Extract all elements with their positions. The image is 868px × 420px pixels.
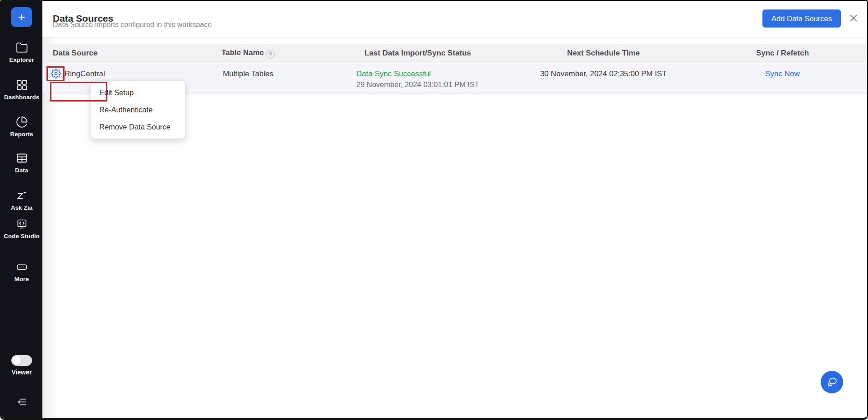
sync-refetch-cell: Sync Now bbox=[698, 64, 867, 79]
close-icon[interactable] bbox=[848, 13, 859, 24]
table-name-cell: Multiple Tables bbox=[170, 64, 327, 79]
data-table-icon bbox=[1, 152, 42, 164]
data-source-context-menu: Edit Setup Re-Authenticate Remove Data S… bbox=[91, 80, 185, 139]
gear-icon[interactable] bbox=[51, 69, 61, 79]
data-source-name: RingCentral bbox=[65, 69, 105, 79]
menu-item-remove-data-source[interactable]: Remove Data Source bbox=[91, 118, 185, 135]
pie-chart-icon bbox=[1, 116, 42, 128]
dashboard-grid-icon bbox=[1, 79, 42, 91]
sidebar-item-label: Data bbox=[1, 167, 42, 174]
page-header: Data Sources Data Source imports configu… bbox=[42, 1, 867, 37]
add-data-sources-button[interactable]: Add Data Sources bbox=[762, 9, 841, 28]
sidebar-item-label: More bbox=[1, 276, 42, 283]
sidebar-item-label: Code Studio bbox=[1, 233, 42, 240]
sidebar-item-label: Reports bbox=[1, 131, 42, 138]
collapse-sidebar-icon[interactable] bbox=[15, 395, 28, 409]
sync-now-link[interactable]: Sync Now bbox=[765, 69, 800, 78]
sidebar-item-label: Dashboards bbox=[1, 94, 42, 101]
create-new-button[interactable]: + bbox=[11, 7, 32, 27]
chat-support-button[interactable] bbox=[821, 371, 843, 393]
column-header-next-schedule: Next Schedule Time bbox=[509, 49, 698, 58]
column-header-sync-refetch: Sync / Refetch bbox=[698, 49, 867, 58]
column-header-table-name: Table Name? bbox=[170, 48, 327, 59]
data-source-cell: RingCentral bbox=[42, 64, 170, 79]
sidebar-item-ask-zia[interactable]: Ask Zia bbox=[1, 189, 42, 212]
sidebar-item-explorer[interactable]: Explorer bbox=[1, 42, 42, 64]
code-icon bbox=[1, 218, 42, 230]
status-timestamp: 29 November, 2024 03:01:01 PM IST bbox=[356, 79, 479, 90]
page-subtitle: Data Source imports configured in this w… bbox=[53, 21, 212, 29]
sidebar-item-code-studio[interactable]: Code Studio bbox=[1, 218, 42, 240]
viewer-toggle-label: Viewer bbox=[1, 369, 42, 376]
viewer-toggle[interactable] bbox=[11, 355, 32, 366]
next-schedule-cell: 30 November, 2024 02:35:00 PM IST bbox=[509, 64, 698, 79]
sidebar-item-more[interactable]: More bbox=[1, 261, 42, 283]
help-icon[interactable]: ? bbox=[266, 50, 275, 59]
zia-sparkle-icon bbox=[1, 189, 42, 202]
menu-item-re-authenticate[interactable]: Re-Authenticate bbox=[91, 101, 185, 118]
sidebar-item-label: Ask Zia bbox=[1, 204, 42, 212]
main-panel: Data Sources Data Source imports configu… bbox=[42, 1, 867, 418]
column-header-last-status: Last Data Import/Sync Status bbox=[327, 49, 509, 58]
chat-bubbles-icon bbox=[821, 376, 843, 388]
sync-status-cell: Data Sync Successful 29 November, 2024 0… bbox=[327, 64, 509, 90]
toggle-knob bbox=[12, 356, 21, 365]
sidebar: + Explorer Dashboards Reports bbox=[1, 1, 42, 418]
sidebar-item-reports[interactable]: Reports bbox=[1, 116, 42, 138]
app-window: + Explorer Dashboards Reports bbox=[0, 0, 868, 420]
menu-item-edit-setup[interactable]: Edit Setup bbox=[91, 84, 185, 101]
table-header-row: Data Source Table Name? Last Data Import… bbox=[42, 44, 867, 63]
sidebar-item-data[interactable]: Data bbox=[1, 152, 42, 174]
folder-icon bbox=[1, 42, 42, 54]
ellipsis-icon bbox=[1, 261, 42, 273]
sidebar-item-dashboards[interactable]: Dashboards bbox=[1, 79, 42, 101]
status-badge: Data Sync Successful bbox=[356, 69, 479, 79]
column-header-data-source: Data Source bbox=[42, 49, 170, 58]
sidebar-item-label: Explorer bbox=[1, 56, 42, 64]
